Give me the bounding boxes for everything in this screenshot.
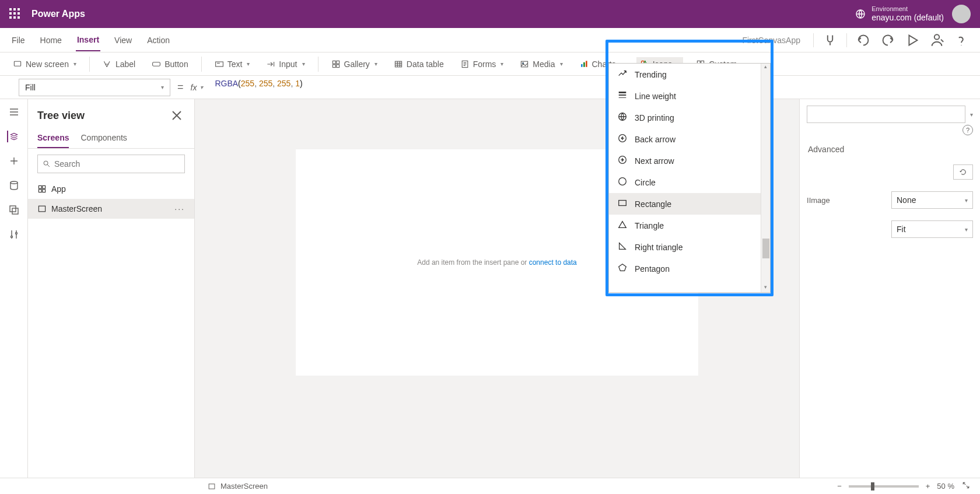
menu-action[interactable]: Action xyxy=(146,30,171,51)
menu-home[interactable]: Home xyxy=(39,30,63,51)
menu-view[interactable]: View xyxy=(113,30,133,51)
svg-rect-22 xyxy=(10,206,16,212)
icons-dropdown: TrendingLine weight3D printingBack arrow… xyxy=(608,63,771,293)
fit-screen-icon[interactable] xyxy=(961,481,971,492)
refresh-button[interactable] xyxy=(953,164,973,180)
icons-item-3d[interactable]: 3D printing xyxy=(609,107,761,128)
tree-node-masterscreen[interactable]: MasterScreen ··· xyxy=(28,199,194,219)
insert-pane-icon[interactable] xyxy=(8,155,20,167)
waffle-icon[interactable] xyxy=(9,8,21,20)
formula-input[interactable]: RGBA(255, 255, 255, 1) xyxy=(210,79,971,96)
data-table-button[interactable]: Data table xyxy=(390,57,447,71)
button-button[interactable]: Button xyxy=(148,57,191,71)
chevron-down-icon: ▾ xyxy=(970,111,973,118)
prop-image-dropdown[interactable]: None▾ xyxy=(891,191,973,209)
svg-rect-32 xyxy=(209,484,215,488)
icons-item-nextarrow[interactable]: Next arrow xyxy=(609,150,761,171)
env-name: enayu.com (default) xyxy=(872,13,944,23)
gallery-button[interactable]: Gallery▾ xyxy=(328,57,381,71)
svg-rect-13 xyxy=(581,64,582,67)
screen-icon xyxy=(13,59,22,69)
statusbar: MasterScreen − + 50 % xyxy=(0,478,980,494)
close-icon[interactable] xyxy=(169,107,185,124)
zoom-value: 50 xyxy=(937,482,945,491)
zoom-slider[interactable] xyxy=(849,485,919,488)
chevron-down-icon: ▾ xyxy=(374,61,377,67)
zoom-in-button[interactable]: + xyxy=(926,482,930,491)
separator xyxy=(846,33,847,47)
tree-node-app[interactable]: App xyxy=(28,179,194,199)
pentagon-icon xyxy=(617,262,628,275)
more-icon[interactable]: ··· xyxy=(174,204,185,213)
button-icon xyxy=(152,59,161,69)
scroll-down-arrow[interactable]: ▾ xyxy=(761,284,770,292)
icons-item-righttriangle[interactable]: Right triangle xyxy=(609,236,761,258)
lineweight-icon xyxy=(617,90,628,102)
share-icon[interactable] xyxy=(929,32,945,48)
tab-screens[interactable]: Screens xyxy=(37,128,69,148)
svg-rect-30 xyxy=(43,190,46,192)
app-checker-icon[interactable] xyxy=(822,32,838,48)
tree-view-icon[interactable] xyxy=(7,131,19,142)
zoom-out-button[interactable]: − xyxy=(837,482,842,491)
info-icon[interactable]: ? xyxy=(963,125,973,135)
label-button[interactable]: Label xyxy=(99,57,139,71)
scroll-up-arrow[interactable]: ▴ xyxy=(761,64,770,72)
input-icon xyxy=(266,59,275,69)
gallery-icon xyxy=(331,59,341,69)
connect-to-data-link[interactable]: connect to data xyxy=(529,258,577,267)
text-button[interactable]: Text▾ xyxy=(211,57,254,71)
app-name-field[interactable]: FirstCanvasApp xyxy=(742,36,800,45)
svg-rect-3 xyxy=(153,62,160,65)
left-rail xyxy=(0,99,28,478)
help-icon[interactable] xyxy=(953,32,970,48)
menu-file[interactable]: File xyxy=(10,30,26,51)
search-input[interactable] xyxy=(54,159,180,169)
undo-icon[interactable] xyxy=(855,32,872,48)
svg-rect-5 xyxy=(332,61,335,64)
svg-rect-23 xyxy=(12,208,18,214)
icons-item-circle[interactable]: Circle xyxy=(609,171,761,193)
forms-button[interactable]: Forms▾ xyxy=(457,57,508,71)
data-icon[interactable] xyxy=(8,180,20,191)
menu-insert[interactable]: Insert xyxy=(76,29,100,51)
environment-picker[interactable]: Environment enayu.com (default) xyxy=(855,5,944,23)
play-icon[interactable] xyxy=(904,32,921,48)
hamburger-icon[interactable] xyxy=(8,106,20,118)
righttriangle-icon xyxy=(617,241,628,253)
svg-rect-7 xyxy=(332,64,335,67)
advanced-tools-icon[interactable] xyxy=(8,229,20,240)
prop-fit-dropdown[interactable]: Fit▾ xyxy=(891,220,973,238)
new-screen-button[interactable]: New screen▾ xyxy=(9,57,80,71)
properties-panel: ▾ ? Advanced IImage None▾ Fit▾ xyxy=(799,99,980,478)
icons-item-pentagon[interactable]: Pentagon xyxy=(609,258,761,279)
prop-name-dropdown[interactable] xyxy=(807,106,965,123)
icons-item-rectangle[interactable]: Rectangle xyxy=(609,193,761,215)
svg-rect-27 xyxy=(38,185,41,188)
icons-item-trending[interactable]: Trending xyxy=(609,64,761,85)
tree-search[interactable] xyxy=(37,155,185,173)
tab-advanced[interactable]: Advanced xyxy=(807,140,845,159)
chevron-down-icon: ▾ xyxy=(247,61,250,67)
ribbon: New screen▾ Label Button Text▾ Input▾ Ga… xyxy=(0,52,980,76)
property-selector[interactable]: Fill ▾ xyxy=(19,79,170,96)
icons-item-triangle[interactable]: Triangle xyxy=(609,215,761,236)
media-button[interactable]: Media▾ xyxy=(516,57,566,71)
fx-icon[interactable]: fx ▾ xyxy=(191,83,204,92)
input-button[interactable]: Input▾ xyxy=(262,57,308,71)
chevron-down-icon: ▾ xyxy=(161,84,164,90)
icons-item-lineweight[interactable]: Line weight xyxy=(609,85,761,107)
avatar[interactable] xyxy=(952,5,971,23)
3d-icon xyxy=(617,111,628,124)
svg-rect-37 xyxy=(619,201,626,206)
redo-icon[interactable] xyxy=(880,32,896,48)
chevron-down-icon: ▾ xyxy=(302,61,305,67)
svg-point-24 xyxy=(10,236,12,238)
svg-rect-31 xyxy=(38,206,45,212)
media-pane-icon[interactable] xyxy=(8,204,20,216)
icons-item-backarrow[interactable]: Back arrow xyxy=(609,128,761,150)
tree-view-panel: Tree view Screens Components App MasterS… xyxy=(28,99,195,478)
scroll-thumb[interactable] xyxy=(762,239,769,258)
scrollbar[interactable]: ▴ ▾ xyxy=(761,64,770,292)
tab-components[interactable]: Components xyxy=(80,128,127,148)
